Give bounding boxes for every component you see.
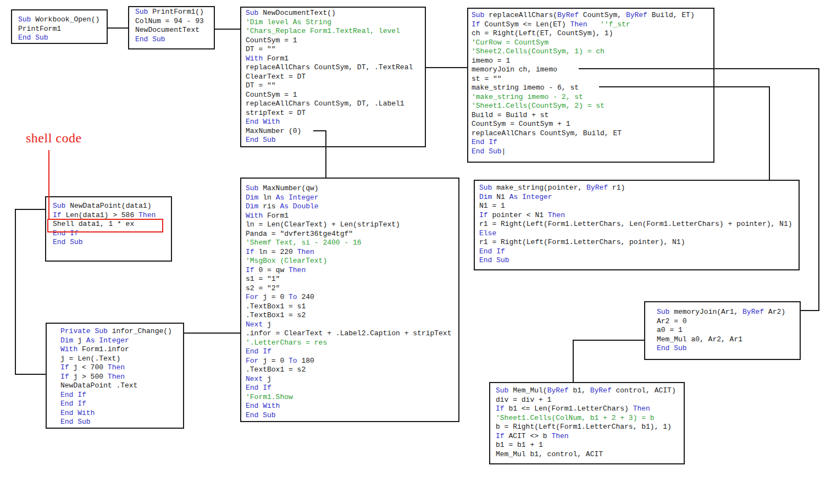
code-segment: ch = Right(Left(ET, CountSym), 1) — [472, 29, 613, 37]
code-line: 'Sheet1.Cells(ColNum, b1 + 2 + 3) = b — [496, 414, 684, 423]
code-line: Sub PrintForm1() — [135, 8, 214, 17]
code-segment: With — [60, 345, 82, 353]
code-segment: replaceAllChars CountSym, DT, .TextReal — [246, 63, 413, 71]
code-segment: Then — [138, 211, 156, 219]
code-segment: j = 0 — [263, 357, 289, 365]
code-box-replaceallchars: Sub replaceAllChars(ByRef CountSym, ByRe… — [467, 8, 714, 163]
code-segment: s2 = "2" — [246, 284, 280, 292]
code-line: CountSym = 1 — [246, 36, 425, 46]
code-segment: Dim — [479, 193, 496, 201]
code-segment: End With — [246, 402, 280, 410]
code-segment: '.LetterChars = res — [246, 339, 327, 347]
code-segment: j > 500 — [73, 373, 107, 381]
code-segment: st = "" — [472, 75, 502, 83]
code-box-memoryjoin: Sub memoryJoin(Ar1, ByRef Ar2)Ar2 = 0a0 … — [644, 301, 801, 360]
code-segment: memoryJoin ch, imemo — [472, 65, 557, 74]
code-line: 'Dim level As String — [246, 18, 425, 27]
code-segment: ByRef — [590, 386, 616, 395]
code-segment: Ar2) — [768, 308, 785, 316]
code-segment: If — [479, 211, 492, 219]
code-segment: r1) — [612, 184, 625, 192]
code-line: r1 = Right(Left(Form1.LetterChars, point… — [479, 238, 799, 247]
code-line: Private Sub infor_Change() — [60, 327, 183, 336]
code-line: Sub make_string(pointer, ByRef r1) — [479, 184, 799, 193]
code-line: imemo = 1 — [472, 57, 713, 66]
code-line: '.LetterChars = res — [246, 339, 458, 348]
code-line: b = Right(Left(Form1.LetterChars, b1), 1… — [496, 423, 684, 432]
code-segment: Then — [297, 248, 314, 256]
code-segment: End Sub — [246, 411, 276, 419]
code-segment: To — [289, 357, 301, 365]
code-line: If Len(data1) > 586 Then — [53, 211, 171, 220]
code-line: End If — [246, 384, 458, 393]
code-segment: j — [267, 375, 271, 383]
shellcode-annotation-label: shell code — [26, 131, 82, 146]
code-segment: b = Right(Left(Form1.LetterChars, b1), 1… — [496, 423, 672, 431]
code-segment: To — [289, 293, 301, 301]
code-segment: ByRef — [547, 386, 573, 395]
code-line: Sub Workbook_Open() — [18, 15, 107, 25]
code-segment: End Sub — [53, 238, 83, 246]
code-segment: 240 — [301, 293, 314, 301]
code-segment: make_string imemo - 6, st — [472, 84, 579, 92]
code-line: .TextBox1 = s2 — [246, 365, 458, 375]
code-line: End Sub — [60, 418, 183, 427]
code-segment: PrintForm1() — [152, 8, 204, 16]
code-box-infor-change: Private Sub infor_Change()Dim j As Integ… — [46, 323, 184, 429]
code-segment: Sub — [479, 184, 496, 192]
code-segment: DT = "" — [246, 45, 276, 53]
code-segment: memoryJoin(Ar1, — [674, 308, 742, 316]
code-line: Else — [479, 229, 799, 239]
code-line: CountSym = 1 — [246, 91, 425, 100]
code-segment: MaxNumber(qw) — [263, 184, 318, 192]
code-segment: If — [60, 363, 73, 372]
code-segment: 'Dim level As String — [246, 18, 331, 26]
code-line: If j > 500 Then — [60, 373, 183, 382]
code-line: Panda = "dvfert36tge4tgf" — [246, 230, 458, 239]
code-line: N1 = 1 — [479, 202, 799, 211]
code-line: End Sub — [479, 256, 799, 265]
code-line: j = Len(.Text) — [60, 355, 183, 364]
code-segment: Form1 — [267, 54, 289, 63]
code-segment: CountSym, — [583, 11, 626, 19]
code-line: If ln = 220 Then — [246, 248, 458, 257]
connector-line-newdatapoint-to-infor-change — [15, 209, 46, 374]
code-segment: Sub — [496, 386, 513, 395]
code-segment: End If — [60, 400, 86, 408]
code-segment: Then — [108, 363, 125, 372]
code-line: replaceAllChars CountSym, DT, .Label1 — [246, 99, 425, 109]
code-segment: r1 = Right(Left(Form1.LetterChars, point… — [479, 238, 685, 246]
code-segment: control, ACIT) — [616, 386, 675, 395]
code-segment: If — [496, 432, 508, 440]
code-line: End If — [472, 138, 713, 147]
code-segment: N1 = 1 — [479, 202, 505, 210]
code-line: replaceAllChars CountSym, Build, ET — [472, 129, 713, 139]
code-segment: div = div + 1 — [496, 396, 551, 404]
code-line: If CountSym <= Len(ET) Then ''f_str — [472, 20, 713, 30]
code-segment: If — [53, 211, 65, 219]
code-line: PrintForm1 — [18, 25, 107, 34]
code-segment: Private Sub — [60, 327, 112, 335]
code-line: 'make_string imemo - 2, st — [472, 93, 713, 102]
code-box-make-string: Sub make_string(pointer, ByRef r1)Dim N1… — [474, 180, 800, 270]
code-segment: As Integer — [86, 336, 129, 345]
code-segment: End Sub — [479, 256, 509, 264]
code-line: Dim ln As Integer — [246, 193, 458, 203]
code-segment: As Integer — [509, 193, 552, 201]
code-segment: End With — [246, 118, 280, 126]
code-segment: 'MsgBox (ClearText) — [246, 257, 327, 265]
code-line: End If — [479, 247, 799, 257]
code-line: stripText = DT — [246, 109, 425, 118]
code-segment: Ar2 = 0 — [657, 317, 687, 325]
code-line: Dim ris As Double — [246, 202, 458, 212]
code-line: End Sub — [53, 238, 171, 247]
code-line: ch = Right(Left(ET, CountSym), 1) — [472, 29, 713, 38]
code-segment: Dim — [246, 193, 263, 202]
code-box-newdatapoint: Sub NewDataPoint(data1)If Len(data1) > 5… — [45, 196, 172, 262]
code-segment: ByRef — [742, 308, 768, 316]
code-segment: As Integer — [276, 193, 319, 202]
code-segment: imemo = 1 — [472, 57, 510, 65]
code-line: CountSym = CountSym + 1 — [472, 120, 713, 129]
code-line: Build = Build + st — [472, 111, 713, 120]
code-line: a0 = 1 — [657, 326, 800, 335]
